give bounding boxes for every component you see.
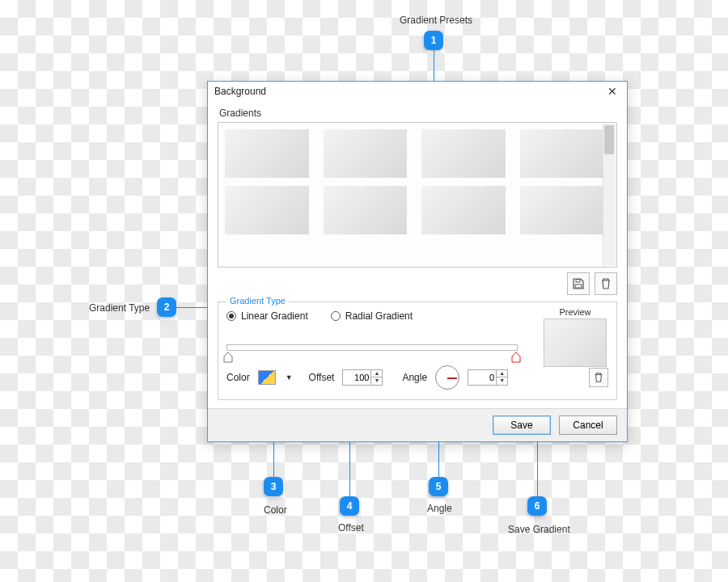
angle-input[interactable] [468,373,496,382]
offset-field[interactable]: ▲▼ [342,369,383,386]
background-dialog: Background ✕ Gradients [207,81,628,442]
gradient-preset[interactable] [324,129,408,178]
gradient-presets-list [218,122,617,268]
offset-spinner[interactable]: ▲▼ [370,370,382,385]
callout-badge-2: 2 [157,297,176,317]
color-label: Color [226,372,250,383]
preview-label: Preview [544,307,607,317]
gradient-stop-end[interactable] [511,352,521,363]
callout-badge-5: 5 [429,477,448,496]
delete-preset-button[interactable] [595,272,617,295]
radio-icon [331,311,341,321]
gradient-track [226,344,518,351]
trash-icon [593,372,604,383]
gradient-bar[interactable] [226,344,518,351]
callout-label-angle: Angle [427,503,452,514]
gradient-preset[interactable] [225,186,309,234]
presets-section-label: Gradients [219,108,617,119]
trash-icon [599,277,612,290]
gradient-type-legend: Gradient Type [226,296,289,306]
callout-label-type: Gradient Type [89,302,150,314]
floppy-icon [572,277,585,290]
radio-icon [226,311,236,321]
gradient-preset[interactable] [421,186,506,234]
callout-label-presets: Gradient Presets [400,15,472,26]
angle-spinner[interactable]: ▲▼ [496,370,507,385]
gradient-type-group: Gradient Type Preview Linear Gradient Ra… [218,302,617,400]
spinner-up-icon[interactable]: ▲ [370,370,382,377]
gradient-stop-start[interactable] [223,352,233,363]
callout-badge-3: 3 [264,477,283,496]
callout-label-save: Save Gradient [508,524,570,535]
dialog-titlebar[interactable]: Background ✕ [208,82,627,101]
offset-input[interactable] [343,373,370,382]
dialog-footer: Save Cancel [208,408,627,441]
presets-scrollbar[interactable] [603,124,616,266]
preview-area: Preview [544,307,607,367]
callout-label-offset: Offset [338,522,364,534]
spinner-down-icon[interactable]: ▼ [370,377,382,385]
close-icon[interactable]: ✕ [604,85,620,98]
dialog-title: Background [214,86,266,97]
gradient-preset[interactable] [324,186,408,234]
spinner-down-icon[interactable]: ▼ [496,377,507,385]
offset-label: Offset [309,372,335,383]
color-picker[interactable] [258,370,276,385]
delete-stop-button[interactable] [589,368,608,387]
gradient-preset[interactable] [520,129,604,178]
scrollbar-thumb[interactable] [604,125,614,154]
radial-gradient-label: Radial Gradient [345,310,413,322]
svg-rect-1 [575,285,582,288]
callout-badge-1: 1 [424,31,443,50]
angle-field[interactable]: ▲▼ [468,369,508,386]
linear-gradient-radio[interactable]: Linear Gradient [226,310,308,322]
callout-label-color: Color [264,504,287,516]
radial-gradient-radio[interactable]: Radial Gradient [331,310,413,322]
cancel-button[interactable]: Cancel [559,415,617,435]
save-preset-button[interactable] [567,272,590,295]
color-dropdown-caret[interactable]: ▼ [286,373,293,382]
angle-label: Angle [402,372,427,383]
linear-gradient-label: Linear Gradient [241,310,308,322]
gradient-preset[interactable] [421,129,506,178]
callout-badge-6: 6 [527,496,547,516]
save-button[interactable]: Save [493,415,551,435]
angle-dial[interactable] [435,365,459,390]
spinner-up-icon[interactable]: ▲ [496,370,507,377]
gradient-preset[interactable] [225,129,309,178]
preview-swatch [544,318,607,367]
callout-badge-4: 4 [340,496,359,516]
gradient-preset[interactable] [520,186,604,234]
svg-rect-0 [576,280,580,283]
